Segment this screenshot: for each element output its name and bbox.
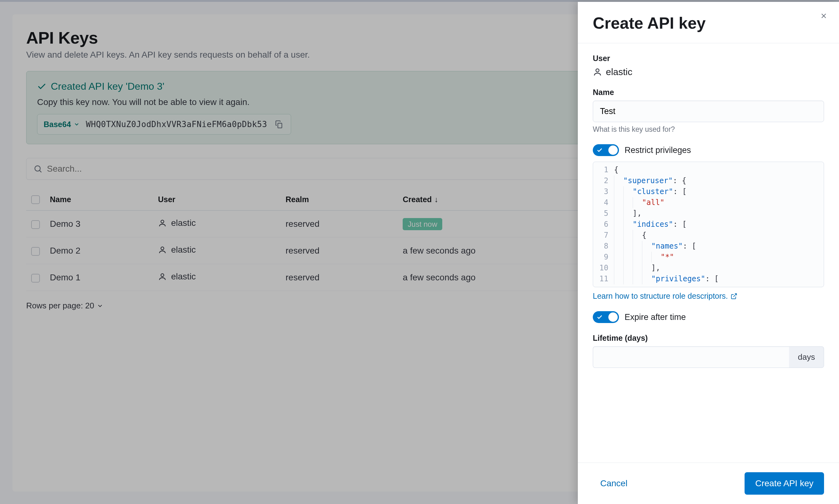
restrict-privileges-label: Restrict privileges — [625, 145, 691, 155]
create-api-key-button[interactable]: Create API key — [745, 472, 824, 494]
create-api-key-flyout: Create API key User elastic Name What is… — [578, 2, 839, 504]
user-display: elastic — [593, 67, 824, 77]
user-icon — [593, 67, 602, 77]
cancel-button[interactable]: Cancel — [593, 473, 635, 493]
check-icon — [596, 314, 603, 320]
restrict-privileges-toggle[interactable] — [593, 144, 619, 156]
check-icon — [596, 147, 603, 153]
role-descriptor-editor[interactable]: 1234567891011 { "superuser": { "cluster"… — [593, 162, 824, 287]
close-icon — [820, 12, 828, 20]
expire-after-time-toggle[interactable] — [593, 311, 619, 323]
svg-point-8 — [596, 69, 599, 72]
lifetime-input[interactable] — [593, 346, 789, 368]
name-help-text: What is this key used for? — [593, 125, 824, 133]
flyout-title: Create API key — [593, 14, 705, 32]
learn-role-descriptors-link[interactable]: Learn how to structure role descriptors. — [593, 291, 737, 301]
name-input[interactable] — [593, 101, 824, 122]
svg-line-9 — [733, 293, 736, 296]
lifetime-label: Lifetime (days) — [593, 334, 824, 343]
name-label: Name — [593, 88, 824, 97]
user-label: User — [593, 54, 824, 63]
close-flyout-button[interactable] — [818, 11, 829, 21]
lifetime-unit: days — [789, 346, 824, 368]
expire-after-time-label: Expire after time — [625, 312, 686, 322]
external-link-icon — [731, 293, 737, 300]
